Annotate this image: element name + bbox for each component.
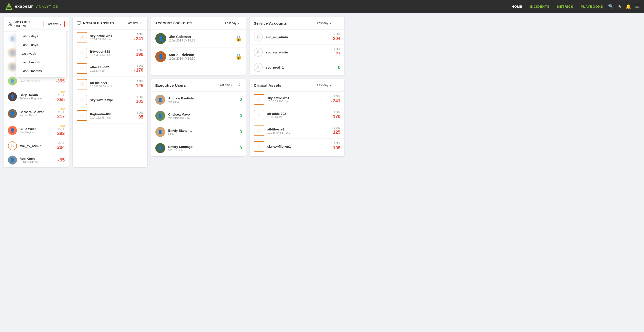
- user-score: 317: [57, 114, 65, 119]
- list-item[interactable]: sky-wwfile-wp1 1 JUL 105: [250, 139, 344, 154]
- nav-metrics[interactable]: METRICS: [557, 5, 573, 8]
- asset-score: 241: [134, 36, 143, 41]
- executive-users-body: 👤 Andrew Bautista VP Sales — 0: [151, 92, 246, 156]
- list-item[interactable]: 👤 Barbara Salazar Human Resourc... 📁2 2 …: [4, 105, 69, 122]
- dropdown-arrow: ▼: [139, 22, 141, 25]
- list-item[interactable]: 👤 Rob Koch IT Administrator 95: [4, 153, 69, 167]
- avatar: 👤: [8, 48, 17, 57]
- dropdown-item-week[interactable]: Last week: [16, 49, 66, 58]
- search-icon[interactable]: 🔍: [608, 4, 614, 9]
- list-item[interactable]: svc_prod_1 0: [250, 60, 344, 75]
- exec-name: Emery Santiago: [168, 145, 232, 149]
- list-item[interactable]: 👤 Gary Hardin Software Engineer 📁2 2 JUL…: [4, 88, 69, 105]
- notable-users-dropdown-menu: Last 2 days Last 3 days Last week Last 1…: [16, 30, 66, 77]
- asset-meta: 1 JUL 170: [332, 111, 340, 119]
- asset-score: 170: [134, 68, 143, 73]
- lockout-name: Jim Coleman: [169, 35, 232, 39]
- service-score: 27: [336, 51, 340, 56]
- dropdown-item-3days[interactable]: Last 3 days: [16, 40, 66, 49]
- bottom-right-row: Executive Users Last day ▼ ⋮ 👤 Andre: [151, 79, 344, 156]
- list-item[interactable]: atl-addc-002 10.32.44.19 1 JUL 170: [73, 61, 147, 77]
- nav-playbooks[interactable]: PLAYBOOKS: [581, 5, 603, 8]
- list-item[interactable]: lt-fweber-888 10.4.33.233 - ne... 1 JUL …: [73, 45, 147, 61]
- list-item[interactable]: sky-eefile-wp1 10.14.33.100 - sa... 1 JU…: [250, 92, 344, 107]
- asset-icon: [77, 110, 87, 121]
- executive-users-header: Executive Users Last day ▼ ⋮: [151, 79, 246, 92]
- more-options-button[interactable]: ⋮: [237, 83, 242, 88]
- list-item[interactable]: 👤 Mario Erickson 2 Jul 2019 @ 13:30 🔒: [151, 48, 246, 66]
- list-item[interactable]: 👤 Jim Coleman 2 Jul 2019 @ 13:39 🔒: [151, 29, 246, 48]
- asset-date: 1 JUL: [334, 127, 340, 129]
- list-item[interactable]: sky-eefile-wp1 10.14.33.100 - sa... 1 JU…: [73, 29, 147, 45]
- list-item[interactable]: atl-file-srv1 10.136.54.51 - chi... 1 JU…: [250, 123, 344, 139]
- nav-home[interactable]: HOME: [512, 5, 522, 8]
- list-item[interactable]: sky-wwfile-wp1 1 JUL 105: [73, 92, 147, 108]
- star-icon[interactable]: ★: [618, 4, 622, 9]
- user-role: Civil Engineer: [20, 131, 55, 134]
- asset-date: 1 JUL: [334, 111, 340, 114]
- avatar: [8, 141, 17, 150]
- asset-meta: 1 JUL 105: [333, 142, 340, 151]
- asset-info: sky-eefile-wp1 10.14.33.100 - sa...: [90, 34, 132, 41]
- list-item[interactable]: 👤 Andrew Bautista VP Sales — 0: [151, 92, 246, 108]
- more-options-button[interactable]: ⋮: [336, 20, 340, 26]
- asset-icon: [254, 126, 264, 136]
- more-options-button[interactable]: ⋮: [336, 83, 340, 88]
- asset-date: 1 JUL: [137, 64, 143, 67]
- dropdown-arrow: ▼: [329, 84, 332, 87]
- list-item[interactable]: atl-file-srv1 10.136.54.51 - chi... 1 JU…: [73, 77, 147, 92]
- list-item[interactable]: atl-addc-002 10.32.44.19 1 JUL 170: [250, 107, 344, 123]
- asset-score: 95: [138, 115, 143, 120]
- executive-users-title: Executive Users: [155, 83, 214, 87]
- notable-assets-dropdown[interactable]: Last day ▼: [125, 20, 143, 26]
- user-info: Billie Wells Civil Engineer: [20, 127, 55, 134]
- menu-icon[interactable]: ☰: [635, 4, 639, 9]
- notable-assets-body: sky-eefile-wp1 10.14.33.100 - sa... 1 JU…: [73, 29, 147, 124]
- service-accounts-dropdown[interactable]: Last day ▼: [315, 20, 334, 26]
- nav-incidents[interactable]: INCIDENTS: [530, 5, 550, 8]
- notable-assets-panel: NOTABLE ASSETS Last day ▼ sky-eefile-wp1…: [73, 17, 147, 167]
- asset-meta: 1 JUL 170: [134, 64, 143, 73]
- list-item[interactable]: svc_av_admin 2 JUL 204: [250, 29, 344, 45]
- list-item[interactable]: svc_sp_admin 2 JUL 27: [250, 45, 344, 60]
- user-date: 2 JUL: [58, 94, 65, 97]
- dropdown-item-3months[interactable]: Last 3 months: [16, 67, 66, 75]
- svg-rect-5: [77, 22, 81, 24]
- asset-meta: 1 JUL 125: [333, 127, 340, 135]
- asset-meta: 1 JUL 125: [136, 80, 143, 88]
- list-item[interactable]: lt-ghardin-888 10.4.122.98 - ne... 1 JUL…: [73, 108, 147, 124]
- right-panels: ACCOUNT LOCKOUTS Last day ▼ 👤 Jim Colema…: [151, 17, 344, 167]
- asset-info: lt-fweber-888 10.4.33.233 - ne...: [90, 50, 133, 56]
- critical-assets-dropdown[interactable]: Last day ▼: [315, 83, 334, 88]
- asset-date: 1 JUL: [334, 95, 340, 98]
- asset-score: 241: [332, 98, 340, 104]
- logo-text: exabeam: [15, 4, 34, 9]
- avatar: 👤: [155, 51, 166, 62]
- list-item[interactable]: 👤 Emely Blanch... CEO — 0: [151, 124, 246, 140]
- list-item[interactable]: svc_av_admin 2 JUL 204: [4, 139, 69, 153]
- account-lockouts-dropdown[interactable]: Last day ▼: [223, 20, 242, 26]
- asset-date: 1 JUL: [137, 80, 143, 83]
- asset-name: sky-wwfile-wp1: [267, 145, 330, 148]
- user-meta: 2 JUL 204: [57, 142, 65, 150]
- dropdown-item-2days[interactable]: Last 2 days: [16, 32, 66, 40]
- list-item[interactable]: 👤 Chelsea Mayo VP Business Dev... — 0: [151, 108, 246, 124]
- service-accounts-body: svc_av_admin 2 JUL 204 svc_sp_admin: [250, 29, 344, 75]
- asset-icon: [254, 94, 264, 105]
- service-meta: 0: [338, 65, 340, 70]
- dropdown-arrow: ▼: [329, 22, 332, 25]
- executive-users-dropdown[interactable]: Last day ▼: [216, 83, 235, 88]
- lock-icon: 🔒: [235, 35, 242, 42]
- exec-info: Andrew Bautista VP Sales: [168, 96, 232, 103]
- dropdown-item-1month[interactable]: Last 1 month: [16, 58, 66, 67]
- lockout-date: 2 Jul 2019 @ 13:39: [169, 39, 232, 42]
- notable-users-dropdown[interactable]: Last day ▼: [44, 21, 65, 27]
- asset-name: atl-addc-002: [90, 65, 132, 69]
- svg-point-12: [258, 35, 259, 37]
- asset-info: atl-addc-002 10.32.44.19: [90, 65, 132, 72]
- avatar: 👤: [155, 33, 166, 44]
- bell-icon[interactable]: 🔔: [626, 4, 631, 9]
- list-item[interactable]: 👤 Emery Santiago VP Council — 0: [151, 140, 246, 156]
- list-item[interactable]: 👤 Billie Wells Civil Engineer 📁2 2 JUL 2…: [4, 122, 69, 139]
- user-score: 282: [57, 131, 65, 136]
